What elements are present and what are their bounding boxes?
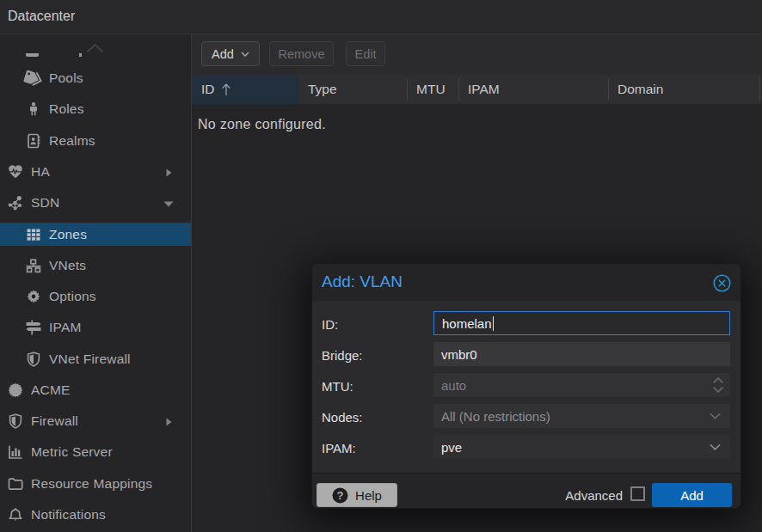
svg-text:?: ? bbox=[337, 489, 344, 502]
